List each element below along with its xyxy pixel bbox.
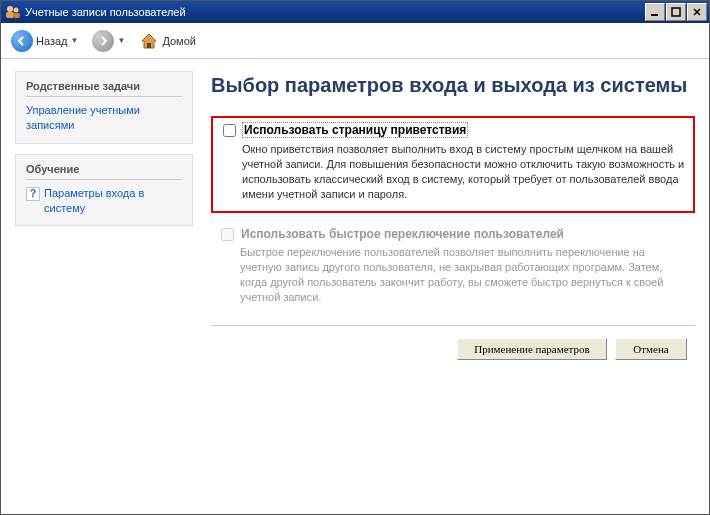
users-app-icon [5, 4, 21, 20]
forward-dropdown-icon: ▼ [117, 36, 125, 45]
home-icon [139, 31, 159, 51]
svg-rect-1 [6, 12, 14, 18]
forward-button[interactable]: ▼ [88, 28, 129, 54]
help-icon: ? [26, 187, 40, 201]
related-tasks-header: Родственные задачи [26, 80, 182, 97]
svg-point-0 [7, 6, 13, 12]
svg-rect-6 [147, 43, 151, 48]
window: Учетные записи пользователей Назад ▼ ▼ Д… [0, 0, 710, 515]
window-controls [645, 3, 707, 21]
related-tasks-panel: Родственные задачи Управление учетными з… [15, 71, 193, 144]
back-button[interactable]: Назад ▼ [7, 28, 82, 54]
home-button[interactable]: Домой [135, 29, 200, 53]
back-arrow-icon [11, 30, 33, 52]
login-params-link[interactable]: ? Параметры входа в систему [26, 186, 182, 216]
navbar: Назад ▼ ▼ Домой [1, 23, 709, 59]
minimize-button[interactable] [645, 3, 665, 21]
content-pane: Выбор параметров входа и выхода из систе… [211, 71, 695, 506]
titlebar: Учетные записи пользователей [1, 1, 709, 23]
close-button[interactable] [687, 3, 707, 21]
window-title: Учетные записи пользователей [25, 6, 645, 18]
fast-switch-label: Использовать быстрое переключение пользо… [240, 227, 565, 241]
maximize-button[interactable] [666, 3, 686, 21]
svg-rect-5 [672, 8, 680, 16]
back-dropdown-icon: ▼ [71, 36, 79, 45]
sidebar: Родственные задачи Управление учетными з… [15, 71, 193, 506]
learn-panel: Обучение ? Параметры входа в систему [15, 154, 193, 227]
home-label: Домой [162, 35, 196, 47]
option-welcome-head: Использовать страницу приветствия [223, 122, 687, 138]
link-label: Управление учетными записями [26, 103, 182, 133]
fast-switch-checkbox [221, 228, 234, 241]
cancel-button[interactable]: Отмена [615, 338, 687, 360]
manage-accounts-link[interactable]: Управление учетными записями [26, 103, 182, 133]
svg-point-2 [14, 8, 19, 13]
welcome-label[interactable]: Использовать страницу приветствия [242, 122, 468, 138]
welcome-description: Окно приветствия позволяет выполнить вхо… [223, 142, 687, 201]
fast-switch-description: Быстрое переключение пользователей позво… [221, 245, 689, 304]
back-label: Назад [36, 35, 68, 47]
divider [211, 325, 695, 326]
option-welcome-screen: Использовать страницу приветствия Окно п… [211, 116, 695, 213]
option-fast-switch-head: Использовать быстрое переключение пользо… [221, 227, 689, 241]
page-title: Выбор параметров входа и выхода из систе… [211, 73, 695, 98]
learn-header: Обучение [26, 163, 182, 180]
main-area: Родственные задачи Управление учетными з… [1, 59, 709, 514]
button-row: Применение параметров Отмена [211, 338, 695, 360]
forward-arrow-icon [92, 30, 114, 52]
svg-rect-3 [13, 13, 20, 18]
option-fast-switch: Использовать быстрое переключение пользо… [211, 223, 695, 314]
apply-button[interactable]: Применение параметров [457, 338, 607, 360]
link-label: Параметры входа в систему [44, 186, 182, 216]
svg-rect-4 [651, 14, 658, 16]
welcome-checkbox[interactable] [223, 124, 236, 137]
